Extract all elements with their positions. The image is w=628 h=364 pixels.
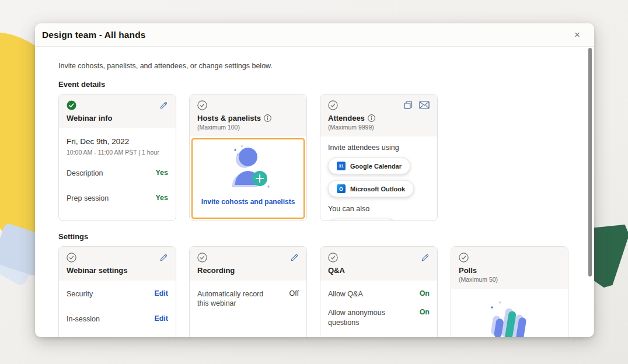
settings-row: Webinar settings Security Edit In-sessio… — [58, 246, 594, 337]
webinar-info-title: Webinar info — [67, 114, 112, 123]
qa-head: Q&A — [320, 247, 437, 281]
check-incomplete-icon — [197, 253, 207, 262]
microsoft-outlook-icon: O — [337, 184, 346, 193]
recording-head: Recording — [190, 247, 306, 281]
google-calendar-icon: 31 — [337, 162, 346, 170]
page-title: Design team - All hands — [42, 30, 145, 40]
security-row: Security Edit — [67, 289, 168, 299]
description-value: Yes — [155, 169, 168, 177]
check-incomplete-icon — [67, 253, 76, 262]
prep-session-value: Yes — [155, 194, 168, 202]
prep-session-row: Prep session Yes — [67, 194, 168, 203]
edit-pencil-icon[interactable] — [159, 253, 168, 262]
card-qa: Q&A Allow Q&A On Allow anonymous questio… — [320, 246, 438, 337]
google-calendar-button[interactable]: 31 Google Calendar — [328, 158, 410, 174]
decor-green-wedge — [593, 225, 628, 288]
invite-cohosts-zone[interactable]: Invite cohosts and panelists — [191, 138, 305, 219]
check-incomplete-icon — [328, 100, 338, 110]
hosts-max-label: (Maximum 100) — [197, 124, 299, 131]
webinar-time: 10:00 AM - 11:00 AM PST | 1 hour — [67, 149, 168, 156]
security-label: Security — [67, 289, 93, 299]
edit-pencil-icon[interactable] — [159, 101, 168, 110]
polls-body — [451, 289, 568, 337]
polls-head: Polls (Maximum 50) — [451, 247, 568, 289]
download-invitation-label: Download invitation — [337, 220, 388, 222]
microsoft-outlook-button[interactable]: O Microsoft Outlook — [328, 180, 414, 197]
close-icon: × — [574, 29, 580, 40]
prep-session-label: Prep session — [67, 194, 109, 203]
in-session-label: In-session — [67, 314, 100, 324]
description-row: Description Yes — [67, 169, 168, 178]
attendees-max-label: (Maximum 9999) — [328, 124, 430, 131]
info-icon[interactable] — [264, 114, 271, 122]
anonymous-questions-value: On — [420, 308, 430, 316]
card-webinar-settings: Webinar settings Security Edit In-sessio… — [58, 246, 176, 337]
anonymous-questions-row: Allow anonymous questions On — [328, 308, 430, 327]
modal-scrollbar-thumb[interactable] — [588, 48, 592, 276]
check-complete-icon — [67, 100, 76, 110]
modal-content: Invite cohosts, panelists, and attendees… — [35, 47, 594, 337]
copy-icon[interactable] — [403, 100, 413, 110]
in-session-row: In-session Edit — [67, 314, 168, 324]
edit-pencil-icon[interactable] — [421, 253, 430, 262]
card-hosts-panelists: Hosts & panelists (Maximum 100) — [189, 94, 307, 221]
webinar-info-body: Fri, Dec 9th, 2022 10:00 AM - 11:00 AM P… — [59, 128, 176, 221]
card-polls: Polls (Maximum 50) — [451, 246, 568, 337]
mail-icon[interactable] — [419, 101, 430, 109]
polls-max-label: (Maximum 50) — [459, 276, 560, 283]
qa-title: Q&A — [328, 266, 345, 275]
auto-record-row: Automatically record this webinar Off — [197, 289, 299, 309]
check-incomplete-icon — [328, 253, 338, 262]
allow-qa-value: On — [420, 289, 430, 298]
download-invitation-button[interactable]: Download invitation — [328, 219, 396, 221]
intro-text: Invite cohosts, panelists, and attendees… — [58, 62, 594, 70]
attendees-body: Invite attendees using 31 Google Calenda… — [320, 136, 437, 221]
attendees-title: Attendees — [328, 114, 365, 123]
ics-file-note: (ICS file) — [401, 220, 430, 222]
allow-qa-label: Allow Q&A — [328, 289, 363, 299]
ics-file-label: (ICS file) — [401, 220, 421, 222]
recording-title: Recording — [197, 266, 235, 275]
webinar-date: Fri, Dec 9th, 2022 — [67, 137, 168, 146]
in-session-edit-link[interactable]: Edit — [154, 314, 168, 323]
info-icon[interactable] — [368, 114, 375, 122]
invite-cohosts-link[interactable]: Invite cohosts and panelists — [201, 198, 295, 206]
allow-qa-row: Allow Q&A On — [328, 289, 430, 299]
polls-title: Polls — [459, 266, 477, 275]
check-incomplete-icon — [459, 253, 469, 262]
modal-header: Design team - All hands × — [35, 23, 594, 47]
anonymous-questions-label: Allow anonymous questions — [328, 308, 410, 327]
hosts-title: Hosts & panelists — [197, 114, 261, 123]
event-details-label: Event details — [58, 80, 594, 89]
polls-bars-illustration — [475, 296, 545, 337]
microsoft-outlook-label: Microsoft Outlook — [350, 186, 405, 192]
webinar-settings-title: Webinar settings — [67, 266, 128, 275]
hosts-head: Hosts & panelists (Maximum 100) — [190, 94, 306, 136]
attendees-head: Attendees (Maximum 9999) — [320, 94, 437, 136]
google-calendar-label: Google Calendar — [350, 163, 402, 170]
card-webinar-info: Webinar info Fri, Dec 9th, 2022 10:00 AM… — [58, 94, 176, 221]
auto-record-value: Off — [289, 289, 299, 298]
add-person-illustration — [220, 143, 276, 192]
webinar-settings-head: Webinar settings — [59, 247, 176, 281]
auto-record-label: Automatically record this webinar — [197, 289, 273, 309]
webinar-info-head: Webinar info — [59, 94, 176, 128]
description-label: Description — [67, 169, 103, 178]
card-attendees: Attendees (Maximum 9999) Invite attendee… — [320, 94, 438, 221]
event-details-row: Webinar info Fri, Dec 9th, 2022 10:00 AM… — [58, 94, 594, 221]
settings-label: Settings — [58, 232, 594, 241]
close-button[interactable]: × — [572, 29, 582, 41]
invite-using-label: Invite attendees using — [328, 144, 430, 152]
edit-pencil-icon[interactable] — [290, 253, 299, 262]
security-edit-link[interactable]: Edit — [154, 289, 168, 298]
webinar-setup-modal: Design team - All hands × Invite cohosts… — [35, 23, 594, 337]
card-recording: Recording Automatically record this webi… — [189, 246, 307, 337]
check-incomplete-icon — [197, 100, 207, 110]
you-can-also-label: You can also — [328, 205, 430, 213]
